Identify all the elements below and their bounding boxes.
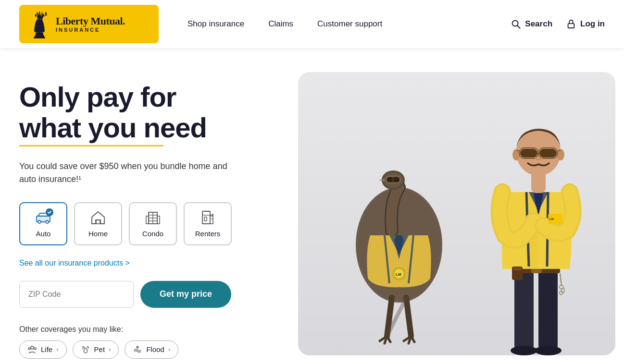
svg-rect-28 — [204, 217, 207, 221]
renters-icon — [200, 209, 216, 226]
svg-rect-39 — [387, 177, 393, 182]
nav-claims[interactable]: Claims — [268, 19, 293, 29]
left-panel: Only pay for what you need You could sav… — [19, 67, 298, 359]
hero-image: LM — [298, 72, 615, 355]
svg-point-11 — [512, 21, 518, 26]
emu-illustration: LM — [337, 106, 462, 355]
auto-icon — [35, 209, 51, 226]
svg-rect-25 — [157, 216, 160, 224]
svg-rect-64 — [513, 267, 522, 270]
hero-subtext: You could save over $950 when you bundle… — [19, 160, 240, 186]
search-button[interactable]: Search — [511, 19, 552, 29]
tab-condo-label: Condo — [142, 230, 163, 238]
svg-rect-8 — [36, 33, 43, 35]
svg-point-17 — [46, 220, 49, 223]
get-price-button[interactable]: Get my price — [140, 281, 231, 308]
logo-text: Liberty Mutual. INSURANCE — [56, 15, 125, 33]
tab-renters[interactable]: Renters — [184, 202, 232, 245]
flood-icon — [133, 345, 142, 354]
chip-flood-arrow: › — [168, 346, 170, 353]
tab-renters-label: Renters — [195, 230, 221, 238]
auto-check-badge — [46, 208, 53, 216]
man-illustration: LM — [486, 96, 591, 355]
header: Liberty Mutual. INSURANCE Shop insurance… — [0, 0, 624, 48]
brand-sub: INSURANCE — [56, 27, 125, 33]
search-icon — [511, 19, 521, 29]
search-label: Search — [525, 19, 552, 29]
svg-point-31 — [31, 346, 34, 349]
svg-text:LM: LM — [396, 272, 401, 277]
nav-customer-support[interactable]: Customer support — [317, 19, 382, 29]
liberty-statue-icon — [28, 10, 51, 38]
chip-pet-arrow: › — [109, 346, 111, 353]
chip-pet[interactable]: Pet › — [73, 340, 119, 359]
svg-point-53 — [511, 346, 537, 355]
svg-point-5 — [37, 14, 42, 19]
zip-cta-row: Get my price — [19, 281, 298, 308]
lock-icon — [566, 19, 576, 29]
hero-headline-line1: Only pay for — [19, 81, 176, 112]
svg-line-44 — [406, 298, 411, 336]
insurance-type-tabs: Auto Home — [19, 202, 298, 245]
svg-line-12 — [518, 25, 521, 28]
svg-rect-52 — [538, 269, 558, 351]
other-coverages-label: Other coverages you may like: — [19, 325, 298, 334]
svg-rect-18 — [96, 220, 100, 224]
chip-flood[interactable]: Flood › — [125, 340, 178, 359]
header-actions: Search Log in — [511, 19, 605, 29]
main-content: Only pay for what you need You could sav… — [0, 48, 624, 364]
svg-line-57 — [560, 273, 562, 286]
svg-point-32 — [28, 348, 30, 350]
pet-icon — [81, 345, 90, 354]
chip-flood-label: Flood — [146, 345, 164, 353]
nav-shop-insurance[interactable]: Shop insurance — [187, 19, 244, 29]
tab-home-label: Home — [88, 230, 108, 238]
logo[interactable]: Liberty Mutual. INSURANCE — [19, 5, 159, 43]
svg-point-54 — [535, 346, 562, 355]
hero-headline: Only pay for what you need — [19, 82, 298, 143]
tab-auto[interactable]: Auto — [19, 202, 67, 245]
headline-underline — [19, 145, 163, 146]
svg-rect-40 — [393, 177, 399, 182]
chip-life-label: Life — [41, 345, 52, 353]
svg-rect-9 — [35, 35, 44, 37]
tab-home[interactable]: Home — [74, 202, 122, 245]
hero-headline-line2: what you need — [19, 112, 207, 143]
svg-rect-24 — [146, 216, 149, 224]
svg-text:LM: LM — [549, 218, 554, 220]
hero-scene: LM — [298, 72, 615, 355]
chip-life[interactable]: Life › — [19, 340, 67, 359]
svg-rect-69 — [520, 149, 537, 158]
tab-auto-label: Auto — [36, 230, 51, 238]
zip-input[interactable] — [19, 281, 134, 308]
tab-condo[interactable]: Condo — [129, 202, 177, 245]
svg-marker-0 — [38, 11, 40, 14]
svg-rect-13 — [568, 24, 574, 28]
coverage-chips: Life › Pet › Flood — [19, 340, 298, 359]
svg-rect-26 — [202, 211, 210, 224]
svg-rect-7 — [45, 12, 47, 16]
svg-rect-10 — [34, 37, 45, 38]
home-icon — [90, 209, 106, 226]
see-all-products-link[interactable]: See all our insurance products > — [19, 259, 130, 267]
svg-rect-70 — [539, 149, 557, 158]
chip-pet-label: Pet — [94, 345, 105, 353]
login-label: Log in — [580, 19, 605, 29]
life-icon — [27, 345, 37, 354]
svg-point-58 — [560, 285, 563, 289]
svg-point-33 — [34, 348, 36, 350]
chip-life-arrow: › — [56, 346, 58, 353]
main-nav: Shop insurance Claims Customer support — [187, 19, 511, 29]
brand-name: Liberty Mutual. — [56, 15, 125, 27]
login-button[interactable]: Log in — [566, 19, 605, 29]
svg-point-16 — [38, 220, 41, 223]
right-panel: LM — [298, 67, 615, 355]
condo-icon — [145, 209, 161, 226]
svg-rect-51 — [514, 269, 534, 351]
